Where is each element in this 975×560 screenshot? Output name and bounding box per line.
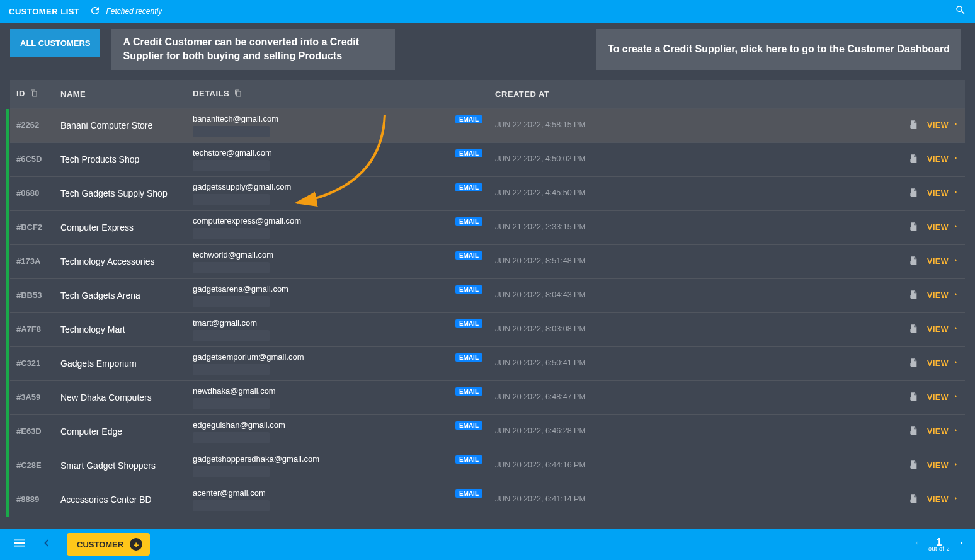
report-icon[interactable] bbox=[908, 357, 918, 370]
email-badge[interactable]: EMAIL bbox=[455, 319, 482, 328]
report-icon[interactable] bbox=[908, 493, 918, 506]
customer-created-at: JUN 22 2022, 4:45:50 PM bbox=[489, 176, 896, 210]
copy-icon[interactable] bbox=[234, 89, 242, 100]
email-badge[interactable]: EMAIL bbox=[455, 217, 482, 226]
tab-all-customers[interactable]: ALL CUSTOMERS bbox=[10, 29, 100, 57]
table-row[interactable]: #2262 Banani Computer Store EMAIL banani… bbox=[10, 108, 965, 142]
customer-email: edgegulshan@gmail.com bbox=[193, 420, 482, 430]
refresh-icon bbox=[89, 5, 106, 18]
customer-details: EMAIL acenter@gmail.com bbox=[186, 483, 489, 517]
customer-created-at: JUN 20 2022, 6:50:41 PM bbox=[489, 346, 896, 380]
view-button[interactable]: VIEW bbox=[927, 256, 959, 266]
redacted-field bbox=[193, 330, 270, 341]
search-button[interactable] bbox=[955, 4, 966, 18]
view-label: VIEW bbox=[927, 495, 949, 504]
customer-id: #C28E bbox=[10, 449, 54, 483]
plus-icon: + bbox=[130, 538, 142, 551]
copy-icon[interactable] bbox=[30, 89, 38, 100]
chevron-right-icon bbox=[954, 460, 959, 470]
view-button[interactable]: VIEW bbox=[927, 460, 959, 470]
add-customer-button[interactable]: CUSTOMER + bbox=[67, 533, 150, 556]
redacted-field bbox=[193, 126, 270, 137]
customer-id: #BCF2 bbox=[10, 210, 54, 244]
customer-email: gadgetssupply@gmail.com bbox=[193, 182, 482, 191]
customer-id: #6C5D bbox=[10, 142, 54, 176]
refresh-button[interactable]: Fetched recently bbox=[89, 5, 162, 18]
view-label: VIEW bbox=[927, 393, 949, 402]
page-body: ALL CUSTOMERS A Credit Customer can be c… bbox=[0, 23, 975, 529]
report-icon[interactable] bbox=[908, 459, 918, 472]
report-icon[interactable] bbox=[908, 153, 918, 166]
report-icon[interactable] bbox=[908, 255, 918, 268]
view-label: VIEW bbox=[927, 359, 949, 368]
report-icon[interactable] bbox=[908, 119, 918, 132]
email-badge[interactable]: EMAIL bbox=[455, 251, 482, 260]
email-badge[interactable]: EMAIL bbox=[455, 489, 482, 498]
view-button[interactable]: VIEW bbox=[927, 188, 959, 198]
report-icon[interactable] bbox=[908, 323, 918, 336]
table-row[interactable]: #E63D Computer Edge EMAIL edgegulshan@gm… bbox=[10, 414, 965, 449]
chevron-left-icon bbox=[913, 539, 920, 549]
chevron-left-icon bbox=[39, 541, 53, 552]
report-icon[interactable] bbox=[908, 425, 918, 438]
header-row: ALL CUSTOMERS A Credit Customer can be c… bbox=[0, 23, 975, 70]
report-icon[interactable] bbox=[908, 221, 918, 234]
table-row[interactable]: #BB53 Tech Gadgets Arena EMAIL gadgetsar… bbox=[10, 278, 965, 312]
email-badge[interactable]: EMAIL bbox=[455, 455, 482, 464]
view-button[interactable]: VIEW bbox=[927, 154, 959, 164]
customer-id: #2262 bbox=[10, 108, 54, 142]
pager-next[interactable] bbox=[959, 539, 965, 550]
table-row[interactable]: #6C5D Tech Products Shop EMAIL techstore… bbox=[10, 142, 965, 176]
view-button[interactable]: VIEW bbox=[927, 494, 959, 504]
menu-button[interactable] bbox=[6, 532, 33, 556]
email-badge[interactable]: EMAIL bbox=[455, 149, 482, 157]
email-badge[interactable]: EMAIL bbox=[455, 387, 482, 396]
view-label: VIEW bbox=[927, 223, 949, 232]
table-row[interactable]: #173A Technology Accessories EMAIL techw… bbox=[10, 244, 965, 278]
redacted-field bbox=[193, 262, 270, 273]
customer-name: New Dhaka Computers bbox=[54, 380, 186, 414]
email-badge[interactable]: EMAIL bbox=[455, 421, 482, 430]
view-button[interactable]: VIEW bbox=[927, 392, 959, 402]
customer-created-at: JUN 21 2022, 2:33:15 PM bbox=[489, 210, 896, 244]
table-row[interactable]: #3A59 New Dhaka Computers EMAIL newdhaka… bbox=[10, 380, 965, 414]
customer-id: #A7F8 bbox=[10, 312, 54, 346]
email-badge[interactable]: EMAIL bbox=[455, 285, 482, 294]
view-button[interactable]: VIEW bbox=[927, 426, 959, 436]
search-icon bbox=[955, 7, 966, 18]
table-row[interactable]: #C321 Gadgets Emporium EMAIL gadgetsempo… bbox=[10, 346, 965, 380]
customer-name: Accessories Center BD bbox=[54, 483, 186, 517]
view-button[interactable]: VIEW bbox=[927, 324, 959, 334]
report-icon[interactable] bbox=[908, 289, 918, 302]
report-icon[interactable] bbox=[908, 391, 918, 404]
chevron-right-icon bbox=[954, 120, 959, 130]
view-button[interactable]: VIEW bbox=[927, 358, 959, 368]
customer-id: #C321 bbox=[10, 346, 54, 380]
chevron-right-icon bbox=[954, 290, 959, 300]
table-row[interactable]: #BCF2 Computer Express EMAIL computerexp… bbox=[10, 210, 965, 244]
col-header-details-label: DETAILS bbox=[193, 89, 229, 98]
customer-id: #173A bbox=[10, 244, 54, 278]
view-button[interactable]: VIEW bbox=[927, 222, 959, 232]
callout-create-credit-supplier[interactable]: To create a Credit Supplier, click here … bbox=[596, 29, 961, 70]
report-icon[interactable] bbox=[908, 187, 918, 200]
customer-created-at: JUN 20 2022, 6:44:16 PM bbox=[489, 449, 896, 483]
customer-id: #E63D bbox=[10, 414, 54, 449]
table-row[interactable]: #C28E Smart Gadget Shoppers EMAIL gadget… bbox=[10, 449, 965, 483]
customer-details: EMAIL gadgetsarena@gmail.com bbox=[186, 278, 489, 312]
chevron-right-icon bbox=[954, 392, 959, 402]
pager-prev[interactable] bbox=[913, 539, 920, 550]
email-badge[interactable]: EMAIL bbox=[455, 115, 482, 123]
customer-name: Banani Computer Store bbox=[54, 108, 186, 142]
back-button[interactable] bbox=[33, 532, 59, 556]
email-badge[interactable]: EMAIL bbox=[455, 183, 482, 191]
table-row[interactable]: #8889 Accessories Center BD EMAIL acente… bbox=[10, 483, 965, 517]
email-badge[interactable]: EMAIL bbox=[455, 353, 482, 362]
view-button[interactable]: VIEW bbox=[927, 120, 959, 130]
view-button[interactable]: VIEW bbox=[927, 290, 959, 300]
col-header-name: NAME bbox=[54, 80, 186, 109]
table-row[interactable]: #0680 Tech Gadgets Supply Shop EMAIL gad… bbox=[10, 176, 965, 210]
table-row[interactable]: #A7F8 Technology Mart EMAIL tmart@gmail.… bbox=[10, 312, 965, 346]
chevron-right-icon bbox=[954, 256, 959, 266]
chevron-right-icon bbox=[954, 494, 959, 504]
